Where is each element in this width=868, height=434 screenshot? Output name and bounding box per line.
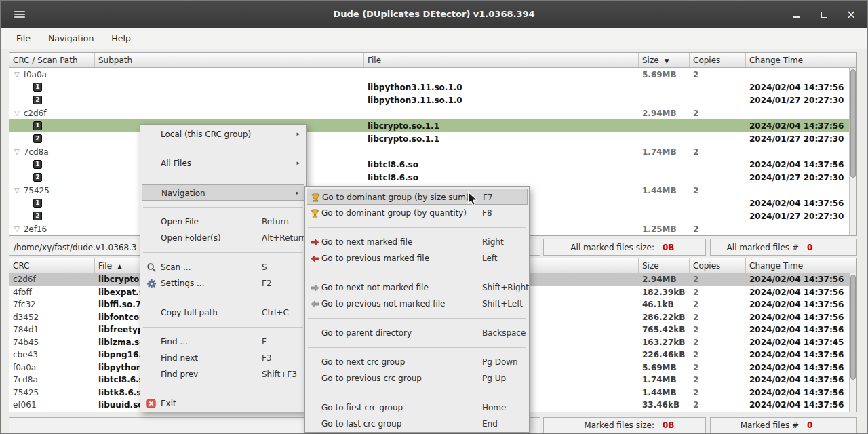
crc-group-row[interactable]: ▽c2d6f 2.94MB 2 [9, 106, 856, 119]
copies-cell [690, 81, 746, 94]
copies-cell: 2 [690, 145, 746, 158]
crc-cell: ▽c2d6f [9, 106, 95, 119]
col-change-time[interactable]: Change Time [746, 53, 856, 67]
marked-size-label: Marked files size: [544, 420, 654, 430]
time-cell: 2024/02/04 14:37:56 [746, 81, 856, 94]
nav-item-prev-marked[interactable]: Go to previous marked file Left [307, 250, 528, 267]
nav-item-next-not-marked[interactable]: Go to next not marked file Shift+Right [307, 279, 528, 296]
dup-index-badge: 1 [33, 160, 42, 169]
time-cell: 2024/02/04 14:37:56 [746, 286, 856, 299]
submenu-arrow-icon: ▸ [296, 130, 300, 137]
copies-cell: 2 [690, 222, 746, 235]
dup-file-row[interactable]: 1 libpython3.11.so.1.0 2024/02/04 14:37:… [9, 81, 856, 94]
all-marked-size-panel: All marked files size: 0B [543, 239, 706, 256]
menu-help[interactable]: Help [104, 31, 138, 46]
nav-item-next-crc-group[interactable]: Go to next crc group Pg Down [307, 354, 528, 370]
dup-file-row[interactable]: 1 libtcl8.6.so 2024/02/04 14:37:56 [9, 158, 856, 171]
col-size[interactable]: Size [639, 258, 690, 273]
expander-icon[interactable]: ▽ [14, 225, 20, 233]
context-item-open-file[interactable]: Open File Return [142, 214, 304, 230]
copies-cell: 2 [690, 374, 746, 387]
nav-item-next-marked[interactable]: Go to next marked file Right [307, 234, 528, 250]
context-item-scan[interactable]: Scan ... S [142, 259, 304, 275]
close-button[interactable]: × [846, 9, 856, 20]
copies-cell [690, 132, 746, 145]
nav-item-dominant-size-sum[interactable]: Go to dominant group (by size sum) F7 [307, 189, 528, 205]
crc-group-row[interactable]: ▽f0a0a 5.69MB 2 [9, 68, 856, 81]
time-cell: 2024/02/04 14:37:56 [746, 197, 856, 210]
size-cell: 1.44MB [639, 184, 690, 197]
size-cell: 765.42kB [639, 323, 690, 336]
red-arrow-right-icon [309, 237, 320, 248]
menu-item-shortcut: Shift+Right [482, 283, 529, 292]
dup-file-row-selected[interactable]: 1 libcrypto.so.1.1 2024/02/04 14:37:56 [9, 119, 856, 132]
context-item-open-folders[interactable]: Open Folder(s) Alt+Return [142, 230, 304, 246]
context-item-local[interactable]: Local (this CRC group) ▸ [142, 126, 304, 142]
menu-item-label: Open File [161, 217, 199, 226]
size-cell: 46.1kB [639, 298, 690, 311]
context-item-exit[interactable]: Exit [142, 395, 304, 412]
bottom-vertical-scrollbar[interactable] [849, 273, 856, 412]
nav-item-last-crc-group[interactable]: Go to last crc group End [307, 416, 528, 432]
nav-item-prev-not-marked[interactable]: Go to previous not marked file Shift+Lef… [307, 296, 528, 312]
crc-group-row[interactable]: ▽7cd8a 1.74MB 2 [9, 145, 856, 158]
navigation-submenu: Go to dominant group (by size sum) F7 Go… [304, 186, 530, 433]
context-item-find-next[interactable]: Find next F3 [142, 350, 304, 366]
copies-cell: 2 [690, 349, 746, 361]
col-crc[interactable]: CRC [9, 258, 95, 273]
expander-icon[interactable]: ▽ [14, 186, 20, 194]
scrollbar-thumb[interactable] [850, 69, 856, 178]
context-item-copy-full-path[interactable]: Copy full path Ctrl+C [142, 304, 304, 321]
scan-path-text: /home/xy/fast/dude.v1.0368.3 [14, 243, 137, 252]
gray-arrow-right-icon [309, 282, 320, 293]
crc-cell: 7fc32 [9, 298, 95, 311]
col-copies[interactable]: Copies [690, 53, 746, 67]
menu-item-shortcut: Shift+F3 [262, 370, 297, 379]
copies-cell: 2 [690, 336, 746, 349]
size-cell [639, 210, 690, 222]
dup-file-row[interactable]: 2 libcrypto.so.1.1 2024/01/27 20:27:30 [9, 132, 856, 145]
maximize-button[interactable] [818, 9, 829, 20]
menu-navigation[interactable]: Navigation [41, 31, 100, 46]
context-item-all-files[interactable]: All Files ▸ [142, 155, 304, 172]
nav-item-dominant-quantity[interactable]: Go to dominant group (by quantity) F8 [307, 205, 528, 221]
col-crc-scan-path[interactable]: CRC / Scan Path [9, 53, 95, 67]
crc-cell: 2 [9, 132, 95, 145]
copies-cell [690, 119, 746, 132]
size-cell: 226.46kB [639, 349, 690, 361]
nav-item-first-crc-group[interactable]: Go to first crc group Home [307, 399, 528, 416]
context-item-find[interactable]: Find ... F [142, 334, 304, 350]
dup-index-badge: 2 [33, 134, 42, 143]
context-item-find-prev[interactable]: Find prev Shift+F3 [142, 366, 304, 382]
exit-icon [146, 398, 157, 409]
context-item-navigation[interactable]: Navigation ▸ [142, 184, 304, 201]
nav-item-parent-directory[interactable]: Go to parent directory Backspace [307, 325, 528, 341]
menu-separator [143, 327, 303, 328]
top-vertical-scrollbar[interactable] [849, 68, 856, 235]
mouse-cursor [467, 191, 479, 210]
scrollbar-thumb[interactable] [850, 275, 856, 380]
dup-file-row[interactable]: 2 libpython3.11.so.1.0 2024/01/27 20:27:… [9, 94, 856, 106]
col-file[interactable]: File [364, 53, 639, 67]
menu-item-label: All Files [161, 159, 191, 168]
minimize-button[interactable] [791, 9, 802, 20]
crc-cell: 2 [9, 171, 95, 184]
expander-icon[interactable]: ▽ [14, 71, 20, 78]
size-cell [639, 81, 690, 94]
file-cell: libcrypto.so.1.1 [364, 132, 639, 145]
col-size[interactable]: Size▼ [639, 53, 690, 67]
col-copies[interactable]: Copies [690, 258, 746, 273]
file-cell: libtcl8.6.so [364, 158, 639, 171]
crc-cell: 1 [9, 197, 95, 210]
col-subpath[interactable]: Subpath [95, 53, 364, 67]
expander-icon[interactable]: ▽ [14, 109, 20, 117]
dup-file-row[interactable]: 2 libtcl8.6.so 2024/01/27 20:27:30 [9, 171, 856, 184]
context-item-settings[interactable]: Settings ... F2 [142, 275, 304, 292]
nav-item-prev-crc-group[interactable]: Go to previous crc group Pg Up [307, 370, 528, 387]
copies-cell [690, 210, 746, 222]
menu-file[interactable]: File [9, 31, 37, 46]
expander-icon[interactable]: ▽ [14, 148, 20, 155]
col-change-time[interactable]: Change Time [746, 258, 856, 273]
size-cell: 5.69MB [639, 68, 690, 81]
crc-cell: 784d1 [9, 323, 95, 336]
